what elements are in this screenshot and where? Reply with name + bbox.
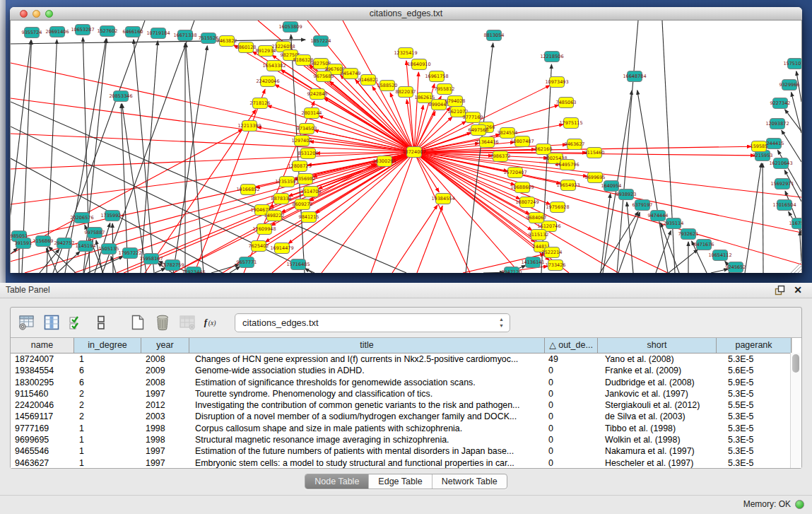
cell-name[interactable]: 19384554 <box>11 365 74 376</box>
cell-out_de[interactable]: 0 <box>545 399 598 411</box>
cell-pagerank[interactable]: 5.3E-5 <box>717 354 792 365</box>
cell-year[interactable]: 2009 <box>141 365 189 376</box>
cell-short[interactable]: Nakamura et al. (1997) <box>598 445 717 457</box>
table-row[interactable]: 969969511998Structural magnetic resonanc… <box>11 434 801 445</box>
cell-year[interactable]: 2008 <box>141 354 189 365</box>
cell-out_de[interactable]: 0 <box>545 365 598 376</box>
cell-out_de[interactable]: 0 <box>545 457 598 468</box>
citation-edge-black[interactable] <box>305 269 312 273</box>
citation-edge-black[interactable] <box>627 202 633 273</box>
tab-network-table[interactable]: Network Table <box>433 474 507 489</box>
table-row[interactable]: 1872400712008Changes of HCN gene express… <box>11 354 801 365</box>
column-header-title[interactable]: title <box>189 338 545 353</box>
table-row[interactable]: 946362711997Embryonic stem cells: a mode… <box>11 457 801 468</box>
trash-icon[interactable] <box>153 313 172 332</box>
cell-in_degree[interactable]: 1 <box>74 423 141 434</box>
cell-in_degree[interactable]: 6 <box>74 365 141 376</box>
cell-name[interactable]: 18724007 <box>11 354 74 365</box>
cell-in_degree[interactable]: 1 <box>74 434 141 445</box>
cell-year[interactable]: 2003 <box>141 411 189 422</box>
table-row[interactable]: 1938455462009Genome-wide association stu… <box>11 365 801 376</box>
cell-short[interactable]: Stergiakouli et al. (2012) <box>598 399 717 411</box>
citation-edge-black[interactable] <box>763 163 763 273</box>
cell-name[interactable]: 9465546 <box>11 445 74 457</box>
cell-title[interactable]: Tourette syndrome. Phenomenology and cla… <box>189 388 545 399</box>
cell-out_de[interactable]: 0 <box>545 388 598 399</box>
cell-pagerank[interactable]: 5.3E-5 <box>717 388 792 399</box>
table-row[interactable]: 911546021997Tourette syndrome. Phenomeno… <box>11 388 801 399</box>
cell-year[interactable]: 1998 <box>141 423 189 434</box>
table-row[interactable]: 2242004622012Investigating the contribut… <box>11 399 801 411</box>
citation-edge-red[interactable] <box>414 152 801 264</box>
cell-short[interactable]: Franke et al. (2009) <box>598 365 717 376</box>
cell-out_de[interactable]: 0 <box>545 411 598 422</box>
cell-year[interactable]: 1997 <box>141 388 189 399</box>
citation-edge-red[interactable] <box>414 152 529 214</box>
column-header-short[interactable]: short <box>598 338 717 353</box>
citation-edge-black[interactable] <box>637 90 668 273</box>
cell-pagerank[interactable]: 5.3E-5 <box>717 423 792 434</box>
tab-node-table[interactable]: Node Table <box>305 474 369 489</box>
cell-pagerank[interactable]: 5.3E-5 <box>717 434 792 445</box>
citation-edge-black[interactable] <box>669 250 698 273</box>
table-row[interactable]: 977716911998Corpus callosum shape and si… <box>11 423 801 434</box>
cell-short[interactable]: Jankovic et al. (1997) <box>598 388 717 399</box>
canvas-resize-grip[interactable] <box>791 262 801 273</box>
cell-in_degree[interactable]: 1 <box>74 457 141 468</box>
cell-pagerank[interactable]: 5.3E-5 <box>717 411 792 422</box>
close-panel-icon[interactable]: ✕ <box>794 284 802 297</box>
citation-edge-black[interactable] <box>11 127 314 273</box>
network-window-titlebar[interactable]: citations_edges.txt <box>10 7 802 21</box>
cell-out_de[interactable]: 0 <box>545 434 598 445</box>
citation-edge-black[interactable] <box>46 248 57 273</box>
table-scrollbar[interactable] <box>790 353 801 468</box>
float-window-icon[interactable] <box>775 285 785 296</box>
table-panel-header[interactable]: Table Panel ✕ <box>0 283 812 298</box>
cell-title[interactable]: Changes of HCN gene expression and I(f) … <box>189 354 545 365</box>
column-header-year[interactable]: year <box>141 338 189 353</box>
cell-year[interactable]: 2008 <box>141 377 189 388</box>
cell-short[interactable]: Yano et al. (2008) <box>598 354 717 365</box>
citation-edge-black[interactable] <box>662 21 675 273</box>
cell-pagerank[interactable]: 5.5E-5 <box>717 399 792 411</box>
network-canvas[interactable]: 9355724206914061065328715276026466160107… <box>10 21 802 273</box>
import-table-disabled-icon[interactable] <box>178 313 196 332</box>
citation-edge-black[interactable] <box>88 257 123 273</box>
citation-edge-black[interactable] <box>800 231 801 262</box>
cell-in_degree[interactable]: 1 <box>74 354 141 365</box>
cell-year[interactable]: 1998 <box>141 434 189 445</box>
cell-out_de[interactable]: 0 <box>545 377 598 388</box>
cell-out_de[interactable]: 49 <box>545 354 598 365</box>
table-selector-combo[interactable]: citations_edges.txt ▲▼ <box>235 313 510 332</box>
table-row[interactable]: 946554611997Estimation of the future num… <box>11 445 801 457</box>
cell-short[interactable]: Dudbridge et al. (2008) <box>598 377 717 388</box>
cell-pagerank[interactable]: 5.6E-5 <box>717 365 792 376</box>
cell-short[interactable]: Hescheler et al. (1997) <box>598 457 717 468</box>
column-visibility-icon[interactable] <box>42 313 61 332</box>
column-header-name[interactable]: name <box>11 338 74 353</box>
cell-short[interactable]: Tibbo et al. (1998) <box>598 423 717 434</box>
cell-year[interactable]: 1997 <box>141 457 189 468</box>
cell-title[interactable]: Estimation of the future numbers of pati… <box>189 445 545 457</box>
citation-edge-red[interactable] <box>11 152 414 273</box>
cell-name[interactable]: 14569117 <box>11 411 74 422</box>
cell-pagerank[interactable]: 5.9E-5 <box>717 377 792 388</box>
column-header-pagerank[interactable]: pagerank <box>717 338 792 353</box>
citation-edge-black[interactable] <box>141 41 158 273</box>
citation-edge-black[interactable] <box>186 43 204 273</box>
citation-edge-black[interactable] <box>617 21 638 273</box>
citation-edge-black[interactable] <box>782 130 801 162</box>
cell-short[interactable]: de Silva et al. (2003) <box>598 411 717 422</box>
cell-title[interactable]: Structural magnetic resonance image aver… <box>189 434 545 445</box>
cell-title[interactable]: Genome-wide association studies in ADHD. <box>189 365 545 376</box>
citation-edge-black[interactable] <box>745 163 761 273</box>
table-row[interactable]: 1456911722003Disruption of a novel membe… <box>11 411 801 422</box>
table-settings-icon[interactable] <box>18 313 36 332</box>
cell-in_degree[interactable]: 1 <box>74 445 141 457</box>
cell-year[interactable]: 2012 <box>141 399 189 411</box>
cell-name[interactable]: 9777169 <box>11 423 74 434</box>
cell-short[interactable]: Wolkin et al. (1998) <box>598 434 717 445</box>
cell-in_degree[interactable]: 2 <box>74 399 141 411</box>
cell-year[interactable]: 1997 <box>141 445 189 457</box>
cell-out_de[interactable]: 0 <box>545 445 598 457</box>
